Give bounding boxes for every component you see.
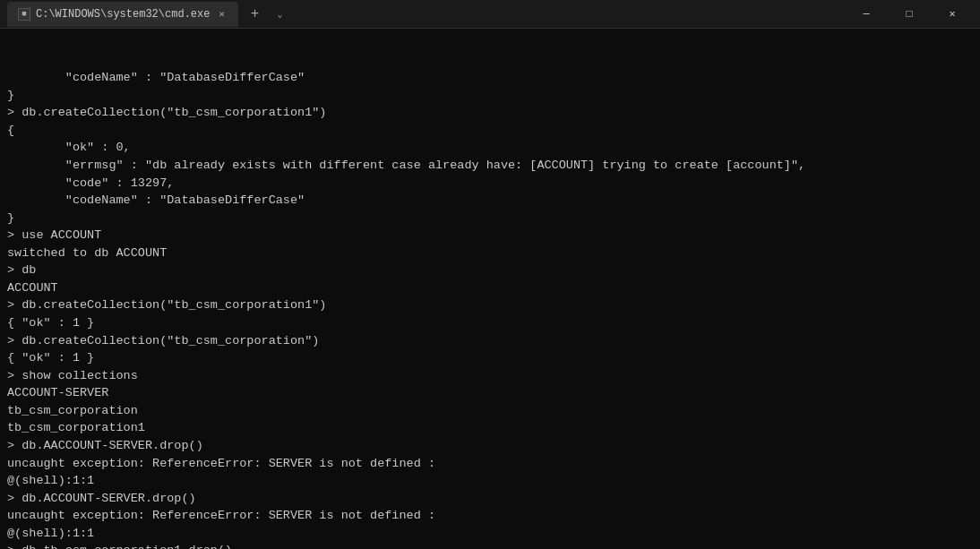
terminal-line: } bbox=[7, 210, 973, 227]
title-bar: ■ C:\WINDOWS\system32\cmd.exe ✕ + ⌄ ─ □ … bbox=[0, 0, 980, 29]
terminal-line: "codeName" : "DatabaseDifferCase" bbox=[7, 69, 973, 87]
terminal-line: > db.tb_csm_corporation1.drop() bbox=[7, 542, 973, 549]
terminal-line: > use ACCOUNT bbox=[7, 227, 973, 244]
terminal-line: } bbox=[7, 87, 973, 105]
active-tab[interactable]: ■ C:\WINDOWS\system32\cmd.exe ✕ bbox=[7, 2, 238, 27]
minimize-button[interactable]: ─ bbox=[846, 0, 887, 29]
terminal-line: @(shell):1:1 bbox=[7, 525, 973, 543]
terminal-output[interactable]: "codeName" : "DatabaseDifferCase"}> db.c… bbox=[0, 29, 980, 549]
terminal-line: > db bbox=[7, 262, 973, 279]
terminal-line: uncaught exception: ReferenceError: SERV… bbox=[7, 455, 973, 473]
terminal-line: > db.createCollection("tb_csm_corporatio… bbox=[7, 296, 973, 314]
close-button[interactable]: ✕ bbox=[932, 0, 973, 29]
tab-close-button[interactable]: ✕ bbox=[215, 8, 228, 21]
title-bar-left: ■ C:\WINDOWS\system32\cmd.exe ✕ + ⌄ bbox=[7, 2, 846, 27]
terminal-line: ACCOUNT bbox=[7, 279, 973, 297]
terminal-line: "ok" : 0, bbox=[7, 139, 973, 157]
window-controls: ─ □ ✕ bbox=[846, 0, 973, 29]
terminal-line: uncaught exception: ReferenceError: SERV… bbox=[7, 507, 973, 525]
window: ■ C:\WINDOWS\system32\cmd.exe ✕ + ⌄ ─ □ … bbox=[0, 0, 980, 549]
tab-title: C:\WINDOWS\system32\cmd.exe bbox=[36, 8, 210, 21]
maximize-button[interactable]: □ bbox=[889, 0, 930, 29]
terminal-line: ACCOUNT-SERVER bbox=[7, 384, 973, 402]
new-tab-button[interactable]: + bbox=[244, 4, 265, 25]
tab-dropdown-button[interactable]: ⌄ bbox=[271, 5, 288, 23]
terminal-line: { "ok" : 1 } bbox=[7, 314, 973, 332]
terminal-line: > db.ACCOUNT-SERVER.drop() bbox=[7, 490, 973, 508]
terminal-line: switched to db ACCOUNT bbox=[7, 244, 973, 262]
terminal-line: tb_csm_corporation bbox=[7, 402, 973, 420]
terminal-line: { "ok" : 1 } bbox=[7, 349, 973, 367]
terminal-line: > show collections bbox=[7, 367, 973, 385]
terminal-line: @(shell):1:1 bbox=[7, 472, 973, 490]
terminal-line: "codeName" : "DatabaseDifferCase" bbox=[7, 192, 973, 210]
terminal-line: "errmsg" : "db already exists with diffe… bbox=[7, 157, 973, 175]
terminal-line: "code" : 13297, bbox=[7, 175, 973, 193]
terminal-line: { bbox=[7, 122, 973, 140]
cmd-icon: ■ bbox=[18, 8, 30, 21]
terminal-line: > db.createCollection("tb_csm_corporatio… bbox=[7, 104, 973, 122]
terminal-line: > db.createCollection("tb_csm_corporatio… bbox=[7, 332, 973, 350]
terminal-line: tb_csm_corporation1 bbox=[7, 419, 973, 437]
terminal-line: > db.AACCOUNT-SERVER.drop() bbox=[7, 437, 973, 455]
